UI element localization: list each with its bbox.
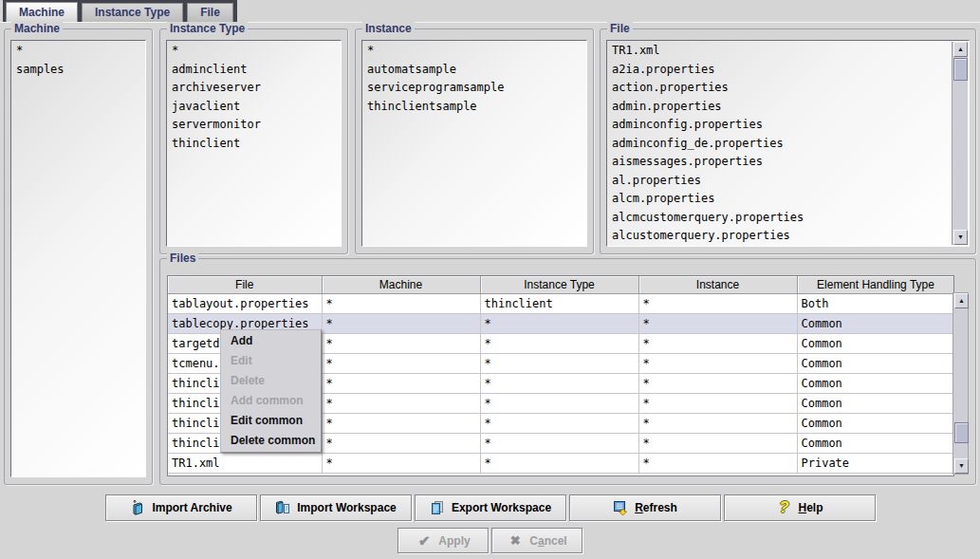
- table-cell[interactable]: tablayout.properties: [168, 293, 322, 313]
- list-item[interactable]: javaclient: [168, 98, 340, 117]
- table-cell[interactable]: Private: [797, 453, 954, 473]
- table-cell[interactable]: *: [480, 313, 638, 333]
- table-row[interactable]: tablayout.properties*thinclient*Both: [168, 293, 954, 313]
- table-cell[interactable]: *: [322, 313, 480, 333]
- workspace-admin-window: Machine Instance Type File Machine *samp…: [0, 0, 980, 559]
- scroll-down-button[interactable]: ▼: [954, 458, 969, 474]
- column-header[interactable]: Instance Type: [480, 276, 638, 293]
- instance-type-list[interactable]: *adminclientarchiveserverjavaclientserve…: [166, 40, 342, 247]
- column-header[interactable]: Instance: [638, 276, 797, 293]
- scrollbar-thumb[interactable]: [954, 422, 969, 443]
- table-cell[interactable]: thinclient: [480, 293, 638, 313]
- list-item[interactable]: servermonitor: [168, 116, 340, 135]
- list-item[interactable]: adminconfig_de.properties: [608, 135, 952, 154]
- machine-list[interactable]: *samples: [10, 40, 146, 477]
- button-label: Refresh: [635, 501, 677, 514]
- button-label: Apply: [438, 534, 470, 548]
- table-cell[interactable]: Common: [797, 393, 954, 413]
- table-cell[interactable]: *: [638, 373, 797, 393]
- list-item[interactable]: action.properties: [608, 79, 952, 98]
- list-item[interactable]: aismessages.properties: [608, 153, 952, 172]
- table-cell[interactable]: *: [322, 353, 480, 373]
- table-cell[interactable]: Common: [797, 333, 954, 353]
- table-cell[interactable]: *: [638, 413, 797, 433]
- table-cell[interactable]: *: [480, 453, 638, 473]
- list-item[interactable]: admin.properties: [608, 98, 952, 117]
- import-archive-button[interactable]: Import Archive: [105, 494, 257, 521]
- scroll-up-button[interactable]: ▲: [954, 293, 969, 308]
- table-cell[interactable]: *: [480, 353, 638, 373]
- list-item[interactable]: alcustomerquery.properties: [608, 227, 952, 245]
- list-item[interactable]: adminconfig.properties: [608, 116, 952, 135]
- column-header[interactable]: File: [168, 276, 322, 293]
- tab-instance-type[interactable]: Instance Type: [82, 3, 183, 22]
- list-item[interactable]: alcmcustomerquery.properties: [608, 209, 952, 228]
- file-list-scrollbar[interactable]: ▲ ▼: [952, 42, 968, 245]
- menu-item-add[interactable]: Add: [221, 331, 321, 351]
- list-item[interactable]: automatsample: [363, 61, 585, 80]
- toolbar: Import Archive Import Workspace: [0, 494, 980, 521]
- table-cell[interactable]: *: [638, 293, 797, 313]
- list-item[interactable]: thinclient: [168, 135, 340, 154]
- table-cell[interactable]: *: [322, 433, 480, 453]
- list-item[interactable]: *: [168, 42, 340, 61]
- help-button[interactable]: ? Help: [724, 494, 876, 521]
- tab-file[interactable]: File: [187, 3, 233, 22]
- list-item[interactable]: al.properties: [608, 172, 952, 191]
- file-list[interactable]: TR1.xmla2ia.propertiesaction.propertiesa…: [606, 40, 970, 247]
- table-cell[interactable]: *: [638, 393, 797, 413]
- table-cell[interactable]: *: [638, 353, 797, 373]
- panel-machine: Machine *samples: [4, 28, 153, 485]
- list-item[interactable]: thinclientsample: [363, 98, 585, 117]
- column-header[interactable]: Machine: [322, 276, 480, 293]
- table-cell[interactable]: *: [322, 393, 480, 413]
- table-cell[interactable]: *: [322, 413, 480, 433]
- refresh-button[interactable]: Refresh: [569, 494, 721, 521]
- table-cell[interactable]: *: [638, 333, 797, 353]
- table-cell[interactable]: Common: [797, 433, 954, 453]
- list-item[interactable]: TR1.xml: [608, 42, 952, 61]
- table-cell[interactable]: Common: [797, 313, 954, 333]
- scrollbar-thumb[interactable]: [953, 58, 968, 81]
- table-cell[interactable]: *: [322, 293, 480, 313]
- list-item[interactable]: *: [12, 42, 144, 61]
- question-mark-icon: ?: [775, 499, 792, 516]
- export-workspace-button[interactable]: Export Workspace: [415, 494, 566, 521]
- table-cell[interactable]: Common: [797, 353, 954, 373]
- table-cell[interactable]: TR1.xml: [168, 453, 322, 473]
- cancel-button[interactable]: ✖ Cancel: [491, 528, 582, 553]
- list-item[interactable]: samples: [12, 61, 144, 80]
- table-cell[interactable]: *: [322, 453, 480, 473]
- menu-item-edit: Edit: [221, 351, 321, 371]
- menu-item-delete-common[interactable]: Delete common: [221, 431, 321, 451]
- apply-button[interactable]: ✔ Apply: [398, 528, 489, 553]
- list-item[interactable]: serviceprogramsample: [363, 79, 585, 98]
- list-item[interactable]: *: [363, 42, 585, 61]
- table-scrollbar[interactable]: ▲ ▼: [952, 292, 969, 475]
- table-cell[interactable]: *: [480, 393, 638, 413]
- list-item[interactable]: adminclient: [168, 61, 340, 80]
- table-row[interactable]: TR1.xml***Private: [168, 453, 954, 473]
- table-cell[interactable]: Both: [797, 293, 954, 313]
- list-item[interactable]: alcm.properties: [608, 190, 952, 209]
- table-cell[interactable]: *: [638, 433, 797, 453]
- table-cell[interactable]: *: [638, 453, 797, 473]
- scroll-down-button[interactable]: ▼: [953, 230, 968, 245]
- instance-list[interactable]: *automatsampleserviceprogramsamplethincl…: [361, 40, 587, 247]
- table-cell[interactable]: *: [322, 333, 480, 353]
- table-cell[interactable]: *: [480, 333, 638, 353]
- import-workspace-button[interactable]: Import Workspace: [260, 494, 412, 521]
- tab-machine[interactable]: Machine: [6, 2, 78, 22]
- table-cell[interactable]: *: [480, 433, 638, 453]
- list-item[interactable]: archiveserver: [168, 79, 340, 98]
- table-cell[interactable]: *: [480, 413, 638, 433]
- list-item[interactable]: a2ia.properties: [608, 61, 952, 80]
- table-cell[interactable]: Common: [797, 413, 954, 433]
- table-cell[interactable]: *: [322, 373, 480, 393]
- column-header[interactable]: Element Handling Type: [797, 276, 954, 293]
- scroll-up-button[interactable]: ▲: [953, 42, 968, 57]
- table-cell[interactable]: *: [480, 373, 638, 393]
- menu-item-edit-common[interactable]: Edit common: [221, 411, 321, 431]
- table-cell[interactable]: Common: [797, 373, 954, 393]
- table-cell[interactable]: *: [638, 313, 797, 333]
